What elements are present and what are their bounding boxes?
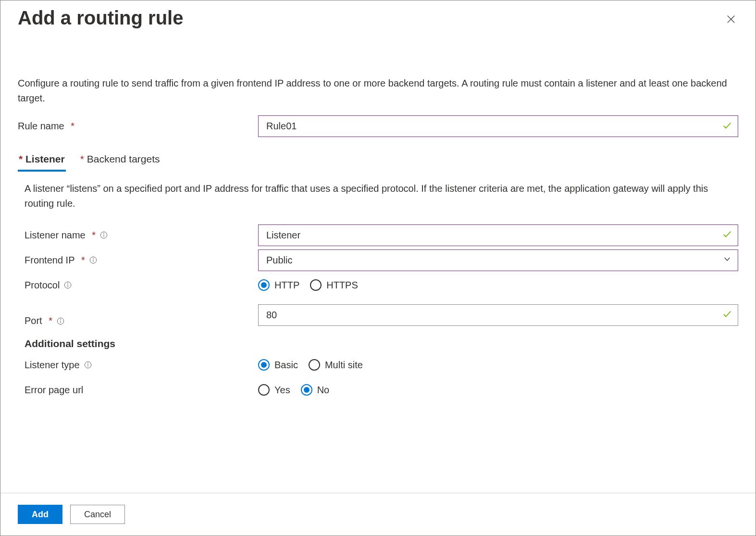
port-input-wrap [258, 304, 738, 326]
additional-settings-heading: Additional settings [18, 338, 738, 349]
info-icon[interactable] [84, 361, 92, 369]
description-text: Configure a routing rule to send traffic… [18, 76, 729, 106]
listener-name-input[interactable] [258, 224, 738, 246]
valid-check-icon [722, 120, 732, 133]
rule-name-input[interactable] [258, 115, 738, 137]
radio-circle-icon [301, 384, 312, 396]
footer: Add Cancel [0, 493, 756, 536]
page-title: Add a routing rule [18, 7, 183, 29]
protocol-http-radio[interactable]: HTTP [258, 279, 299, 291]
frontend-ip-label: Frontend IP * [25, 255, 258, 266]
required-asterisk: * [80, 153, 87, 164]
svg-point-14 [87, 363, 88, 363]
required-asterisk: * [68, 121, 74, 132]
svg-point-11 [61, 319, 61, 319]
info-icon[interactable] [56, 317, 65, 325]
error-page-url-label: Error page url [25, 385, 258, 396]
rule-name-label: Rule name * [18, 121, 258, 132]
protocol-label: Protocol [25, 280, 258, 291]
required-asterisk: * [19, 153, 25, 164]
info-icon[interactable] [63, 281, 72, 289]
valid-check-icon [722, 309, 732, 321]
port-input[interactable] [258, 304, 738, 326]
info-icon[interactable] [89, 256, 98, 264]
listener-name-label: Listener name * [25, 230, 258, 241]
listener-description: A listener “listens” on a specified port… [18, 181, 738, 211]
svg-point-2 [104, 233, 104, 234]
frontend-ip-value: Public [266, 255, 292, 266]
valid-check-icon [722, 229, 732, 241]
close-icon [726, 18, 736, 26]
radio-circle-icon [309, 359, 320, 371]
protocol-https-radio[interactable]: HTTPS [310, 279, 358, 291]
listener-type-multi-radio[interactable]: Multi site [309, 359, 363, 371]
rule-name-input-wrap [258, 115, 738, 137]
close-button[interactable] [722, 10, 740, 30]
cancel-button[interactable]: Cancel [70, 505, 125, 524]
required-asterisk: * [89, 230, 96, 241]
protocol-radio-group: HTTP HTTPS [258, 279, 738, 291]
radio-circle-icon [258, 359, 270, 371]
listener-type-basic-radio[interactable]: Basic [258, 359, 298, 371]
svg-point-5 [93, 258, 93, 259]
port-label: Port * [25, 315, 258, 326]
tab-backend-targets[interactable]: * Backend targets [79, 150, 161, 172]
radio-circle-icon [258, 384, 270, 396]
listener-type-radio-group: Basic Multi site [258, 359, 738, 371]
listener-name-input-wrap [258, 224, 738, 246]
error-page-yes-radio[interactable]: Yes [258, 384, 290, 396]
frontend-ip-select[interactable]: Public [258, 249, 738, 271]
svg-point-8 [68, 283, 68, 284]
add-button[interactable]: Add [18, 505, 62, 524]
tabs: * Listener * Backend targets [18, 150, 738, 172]
chevron-down-icon [723, 255, 731, 265]
radio-circle-icon [258, 279, 270, 291]
error-page-no-radio[interactable]: No [301, 384, 330, 396]
radio-circle-icon [310, 279, 322, 291]
listener-type-label: Listener type [25, 360, 258, 371]
info-icon[interactable] [99, 231, 108, 239]
required-asterisk: * [46, 315, 52, 326]
required-asterisk: * [79, 255, 85, 266]
tab-listener[interactable]: * Listener [18, 150, 66, 172]
error-page-url-radio-group: Yes No [258, 384, 738, 396]
